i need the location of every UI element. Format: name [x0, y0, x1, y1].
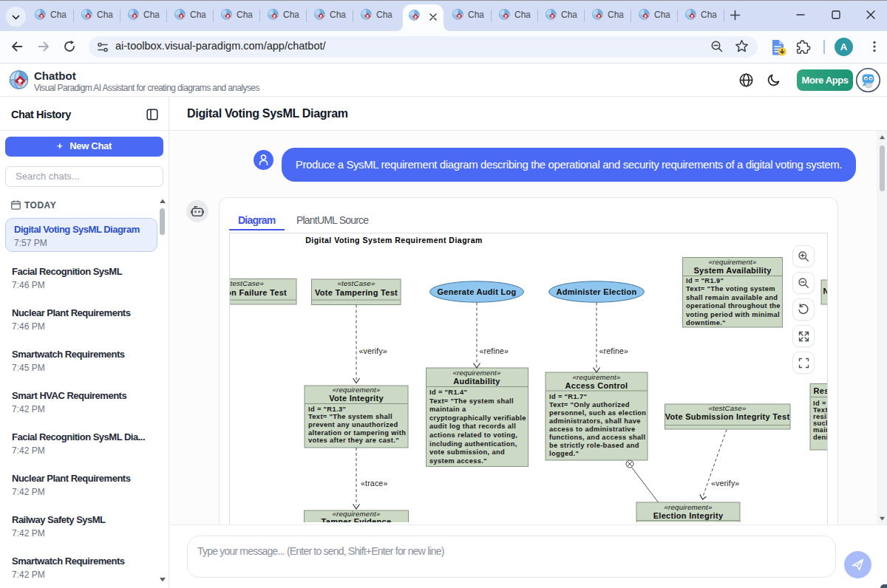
svg-text:Res: Res [814, 386, 829, 395]
svg-text:audit log that records all: audit log that records all [429, 423, 516, 430]
svg-text:functions, and access shall: functions, and access shall [549, 434, 645, 441]
svg-text:Text= "Only authorized: Text= "Only authorized [549, 401, 630, 408]
svg-text:Id = "R1.3": Id = "R1.3" [308, 406, 346, 413]
svg-text:Digital Voting System Requirem: Digital Voting System Requirement Diagra… [305, 236, 483, 245]
svg-text:Id = "R1.4": Id = "R1.4" [429, 389, 467, 396]
svg-text:Vote Submission Integrity Test: Vote Submission Integrity Test [665, 412, 790, 421]
svg-text:Text= "The system shall: Text= "The system shall [429, 397, 514, 405]
svg-text:alteration or tampering with: alteration or tampering with [308, 429, 406, 437]
svg-text:downtime.": downtime." [686, 319, 726, 327]
svg-text:«requirement»: «requirement» [452, 369, 500, 377]
svg-text:«trace»: «trace» [361, 479, 387, 488]
svg-text:Auditability: Auditability [453, 377, 500, 386]
svg-text:«requirement»: «requirement» [332, 386, 380, 394]
svg-text:Tamper Evidence: Tamper Evidence [322, 517, 392, 522]
svg-text:maintain a: maintain a [429, 406, 466, 413]
svg-text:N: N [823, 287, 829, 295]
svg-text:Text= "The voting system: Text= "The voting system [686, 285, 775, 293]
svg-text:actions related to voting,: actions related to voting, [429, 431, 517, 439]
svg-text:including authentication,: including authentication, [429, 440, 517, 448]
svg-text:Id = "R1.9": Id = "R1.9" [686, 277, 724, 284]
svg-text:«testCase»: «testCase» [337, 279, 375, 287]
svg-text:Id = "R1.7": Id = "R1.7" [549, 393, 587, 400]
svg-text:«verify»: «verify» [359, 346, 387, 355]
svg-text:Text= "The system shall: Text= "The system shall [308, 413, 392, 420]
svg-text:«requirement»: «requirement» [572, 373, 620, 381]
svg-text:vote submission, and: vote submission, and [429, 448, 505, 456]
svg-text:personnel, such as election: personnel, such as election [549, 409, 646, 417]
svg-text:Id = "R1.5": Id = "R1.5" [640, 522, 678, 523]
svg-text:«refine»: «refine» [480, 346, 509, 355]
svg-text:Administer Election: Administer Election [557, 287, 637, 296]
svg-text:«verify»: «verify» [711, 479, 739, 488]
svg-text:shall remain available and: shall remain available and [686, 294, 778, 301]
svg-text:administrators, shall have: administrators, shall have [549, 417, 641, 425]
svg-text:«testCase»: «testCase» [708, 404, 746, 412]
svg-text:Vote Integrity: Vote Integrity [329, 394, 384, 403]
svg-text:«refine»: «refine» [599, 346, 629, 355]
svg-text:access to administrative: access to administrative [549, 425, 635, 433]
svg-text:Access Control: Access Control [565, 381, 628, 390]
svg-text:logged.": logged." [549, 450, 579, 457]
svg-text:prevent any unauthorized: prevent any unauthorized [308, 421, 398, 428]
svg-text:system access.": system access." [429, 457, 487, 465]
svg-text:«requirement»: «requirement» [664, 503, 712, 511]
svg-text:denial: denial [813, 434, 828, 441]
svg-text:«requirement»: «requirement» [708, 258, 756, 266]
svg-text:operational throughout the: operational throughout the [686, 302, 781, 310]
svg-text:«testCase»: «testCase» [230, 279, 264, 287]
svg-text:Election Failure Test: Election Failure Test [230, 288, 287, 297]
svg-text:Election Integrity: Election Integrity [653, 511, 724, 520]
svg-text:Vote Tampering Test: Vote Tampering Test [315, 288, 398, 297]
svg-text:be strictly role-based and: be strictly role-based and [549, 442, 639, 449]
svg-text:System Availability: System Availability [693, 266, 772, 275]
svg-text:votes after they are cast.": votes after they are cast." [308, 437, 399, 444]
svg-text:cryptographically verifiable: cryptographically verifiable [429, 414, 526, 422]
svg-text:Generate Audit Log: Generate Audit Log [437, 287, 516, 296]
svg-text:voting period with minimal: voting period with minimal [686, 311, 780, 318]
